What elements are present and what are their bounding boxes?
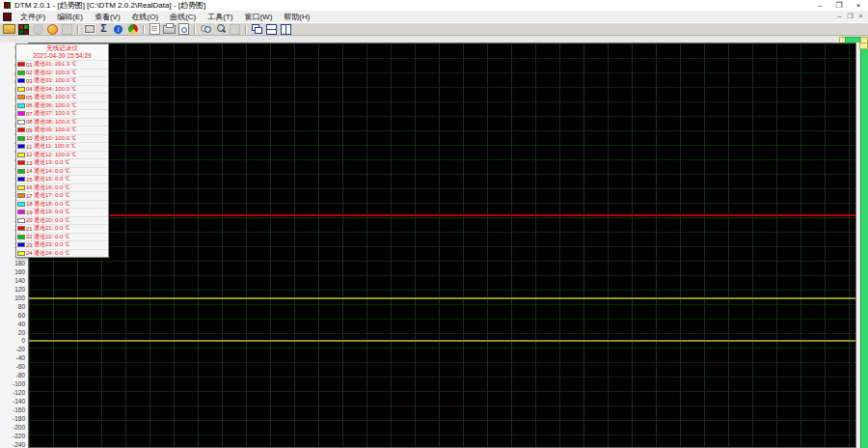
legend-row-channel-12[interactable]: 12通道12: 100.0 ℃ (16, 151, 108, 159)
channel-config-icon (18, 24, 29, 35)
legend-row-channel-07[interactable]: 07通道07: 100.0 ℃ (16, 109, 108, 118)
menu-item-help[interactable]: 帮助(H) (278, 12, 315, 22)
menu-item-view[interactable]: 查看(V) (89, 12, 126, 22)
legend-row-channel-15[interactable]: 15通道15: 0.0 ℃ (16, 175, 108, 183)
legend-row-channel-23[interactable]: 23通道23: 0.0 ℃ (16, 240, 108, 249)
legend-row-channel-13[interactable]: 13通道13: 0.0 ℃ (16, 158, 108, 167)
menu-item-curve[interactable]: 曲线(C) (164, 12, 202, 22)
zoom-copy-icon[interactable] (200, 24, 212, 35)
legend-row-channel-24[interactable]: 24通道24: 0.0 ℃ (16, 249, 108, 258)
channel-color-swatch (17, 95, 25, 99)
menu-item-online[interactable]: 在线(O) (126, 12, 165, 22)
legend-rows: 01通道01: 291.3 ℃02通道02: 100.0 ℃03通道03: 10… (16, 60, 108, 257)
legend-row-channel-19[interactable]: 19通道19: 0.0 ℃ (16, 208, 108, 216)
channel-config-icon[interactable] (17, 24, 30, 35)
channel-number: 13 (26, 160, 34, 166)
vertical-range-slider[interactable] (859, 42, 868, 448)
legend-row-channel-20[interactable]: 20通道20: 0.0 ℃ (16, 216, 108, 225)
legend-row-channel-14[interactable]: 14通道14: 0.0 ℃ (16, 167, 108, 176)
y-axis-tick: 80 (18, 302, 25, 309)
legend-row-channel-11[interactable]: 11通道11: 100.0 ℃ (16, 142, 108, 151)
record-icon (47, 24, 58, 35)
pause-icon (61, 24, 73, 35)
channels-100c-line (29, 297, 855, 299)
stop-icon (32, 24, 44, 35)
legend-row-channel-06[interactable]: 06通道06: 100.0 ℃ (16, 101, 108, 110)
legend-row-channel-08[interactable]: 08通道08: 100.0 ℃ (16, 118, 108, 126)
tile-vertical-icon[interactable] (280, 24, 292, 35)
mdi-child-icon[interactable] (3, 13, 12, 21)
plot-area[interactable] (28, 42, 856, 448)
print-preview-icon[interactable] (177, 24, 190, 35)
channel-number: 21 (26, 226, 34, 232)
y-axis-tick: 100 (14, 294, 25, 300)
channel-number: 14 (26, 168, 34, 174)
legend-title: 无线记录仪 (16, 44, 108, 52)
legend-row-channel-22[interactable]: 22通道22: 0.0 ℃ (16, 233, 108, 241)
menu-item-edit[interactable]: 编辑(E) (51, 12, 89, 22)
channel-number: 16 (26, 184, 34, 190)
zoom-icon[interactable] (214, 24, 227, 35)
edit-note-icon[interactable] (149, 24, 161, 35)
channel-number: 23 (26, 242, 34, 248)
channel-number: 03 (26, 78, 34, 84)
channel-color-swatch (17, 177, 25, 182)
menu-item-file[interactable]: 文件(F) (14, 12, 51, 22)
v-range-handle[interactable] (859, 42, 868, 49)
statistics-icon[interactable]: Σ (97, 24, 110, 35)
open-file-icon (3, 24, 15, 34)
channel-color-swatch (17, 62, 25, 67)
channel-color-swatch (17, 111, 25, 116)
channel-number: 15 (26, 177, 34, 182)
legend-row-channel-16[interactable]: 16通道16: 0.0 ℃ (16, 183, 108, 192)
tile-horizontal-icon[interactable] (265, 24, 278, 35)
channel-color-swatch (17, 185, 25, 190)
y-axis-tick: 20 (18, 328, 25, 335)
close-button[interactable]: × (849, 0, 868, 11)
menu-item-tools[interactable]: 工具(T) (202, 12, 238, 22)
legend-row-channel-18[interactable]: 18通道18: 0.0 ℃ (16, 200, 108, 209)
open-file-icon[interactable] (3, 24, 15, 35)
channel-color-swatch (17, 193, 25, 198)
record-icon[interactable] (46, 24, 59, 35)
legend-row-channel-17[interactable]: 17通道17: 0.0 ℃ (16, 191, 108, 200)
pie-chart-icon[interactable] (126, 24, 139, 35)
select-area-icon (84, 24, 95, 34)
channel-number: 06 (26, 102, 34, 108)
legend-panel: 无线记录仪 2021-04-30 15:54:29 01通道01: 291.3 … (15, 43, 109, 258)
v-range-thumb[interactable] (860, 49, 868, 448)
legend-row-channel-09[interactable]: 09通道09: 100.0 ℃ (16, 126, 108, 134)
legend-row-channel-21[interactable]: 21通道21: 0.0 ℃ (16, 224, 108, 233)
info-icon[interactable]: i (112, 24, 124, 35)
menu-item-window[interactable]: 窗口(W) (238, 12, 278, 22)
y-axis-tick: -60 (16, 363, 25, 370)
print-icon[interactable] (163, 24, 176, 35)
stop-icon (33, 24, 43, 35)
tile-vertical-icon (281, 24, 291, 35)
restore-button[interactable]: ❐ (829, 0, 849, 11)
minimize-button[interactable]: – (810, 0, 829, 11)
channel-number: 20 (26, 217, 34, 223)
mdi-restore-button[interactable]: ❐ (845, 13, 855, 20)
y-axis-tick: 120 (14, 285, 25, 292)
cascade-windows-icon (252, 24, 262, 34)
cascade-windows-icon[interactable] (251, 24, 263, 35)
legend-row-channel-05[interactable]: 05通道05: 100.0 ℃ (16, 93, 108, 101)
mdi-close-button[interactable]: × (855, 13, 866, 20)
legend-row-channel-03[interactable]: 03通道03: 100.0 ℃ (16, 76, 108, 85)
channel-label: 通道24: 0.0 ℃ (34, 249, 70, 258)
y-axis-tick: -140 (13, 397, 25, 404)
mdi-minimize-button[interactable]: – (834, 13, 845, 20)
channel-color-swatch (17, 78, 25, 83)
select-area-icon[interactable] (83, 24, 95, 35)
legend-row-channel-01[interactable]: 01通道01: 291.3 ℃ (16, 60, 108, 69)
legend-row-channel-02[interactable]: 02通道02: 100.0 ℃ (16, 69, 108, 77)
channel-color-swatch (17, 144, 25, 149)
y-axis-tick: -240 (13, 440, 25, 447)
channel-number: 18 (26, 201, 34, 207)
y-axis-tick: 40 (18, 320, 25, 326)
y-axis-tick: 160 (14, 267, 25, 274)
y-axis-tick: 180 (14, 260, 25, 266)
legend-row-channel-10[interactable]: 10通道10: 100.0 ℃ (16, 134, 108, 143)
legend-row-channel-04[interactable]: 04通道04: 100.0 ℃ (16, 85, 108, 94)
